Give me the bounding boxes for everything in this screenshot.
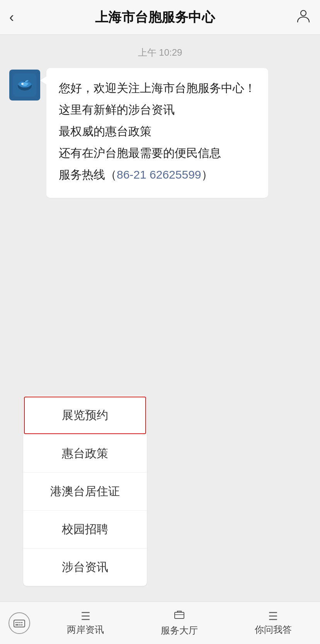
bubble-line-2: 这里有新鲜的涉台资讯: [59, 101, 256, 119]
message-timestamp: 上午 10:29: [0, 46, 320, 59]
avatar: [9, 70, 40, 101]
svg-rect-5: [15, 622, 17, 623]
menu-container: 展览预约 惠台政策 港澳台居住证 校园招聘 涉台资讯: [0, 396, 320, 594]
niwenda-icon: ☰: [268, 610, 278, 623]
bubble-line-5: 服务热线（86-21 62625599）: [59, 165, 256, 184]
bubble-line-3: 最权威的惠台政策: [59, 122, 256, 141]
svg-rect-4: [14, 620, 25, 627]
bubble-line-4: 还有在沪台胞最需要的便民信息: [59, 144, 256, 162]
menu-item-taiwan-news[interactable]: 涉台资讯: [23, 549, 147, 586]
svg-point-0: [301, 10, 306, 16]
message-bubble: 您好，欢迎关注上海市台胞服务中心！ 这里有新鲜的涉台资讯 最权威的惠台政策 还有…: [46, 68, 268, 198]
menu-card: 展览预约 惠台政策 港澳台居住证 校园招聘 涉台资讯: [23, 396, 147, 586]
svg-rect-11: [21, 624, 22, 625]
phone-link[interactable]: 86-21 62625599: [117, 168, 201, 181]
nav-tabs: ☰ 两岸资讯 服务大厅 ☰ 你问我答: [39, 608, 320, 638]
message-row: 您好，欢迎关注上海市台胞服务中心！ 这里有新鲜的涉台资讯 最权威的惠台政策 还有…: [0, 68, 320, 198]
back-button[interactable]: ‹: [9, 10, 14, 24]
keyboard-button[interactable]: [9, 612, 30, 634]
menu-item-campus[interactable]: 校园招聘: [23, 511, 147, 549]
tab-niwenda[interactable]: ☰ 你问我答: [250, 608, 296, 637]
svg-rect-8: [21, 622, 22, 623]
header: ‹ 上海市台胞服务中心: [0, 0, 320, 35]
svg-rect-6: [17, 622, 19, 623]
svg-rect-7: [19, 622, 20, 623]
keyboard-button-area: [0, 612, 39, 634]
svg-rect-10: [19, 624, 20, 625]
tab-fuwudating[interactable]: 服务大厅: [156, 608, 203, 638]
svg-point-3: [21, 83, 24, 85]
svg-rect-9: [15, 624, 19, 625]
liangan-icon: ☰: [81, 610, 90, 623]
menu-item-exhibition[interactable]: 展览预约: [24, 397, 146, 434]
menu-item-residence[interactable]: 港澳台居住证: [23, 473, 147, 511]
tab-liangan[interactable]: ☰ 两岸资讯: [62, 608, 109, 637]
profile-icon[interactable]: [296, 8, 311, 26]
menu-item-policy[interactable]: 惠台政策: [23, 435, 147, 473]
svg-rect-12: [175, 612, 184, 618]
bubble-line-1: 您好，欢迎关注上海市台胞服务中心！: [59, 79, 256, 97]
bottom-nav: ☰ 两岸资讯 服务大厅 ☰ 你问我答: [0, 601, 320, 644]
page-title: 上海市台胞服务中心: [95, 9, 215, 26]
chat-area: 上午 10:29 您好，欢迎关注上海市台胞服务中心！ 这里有新鲜的涉台资讯 最: [0, 35, 320, 601]
fuwu-icon: [174, 609, 185, 624]
